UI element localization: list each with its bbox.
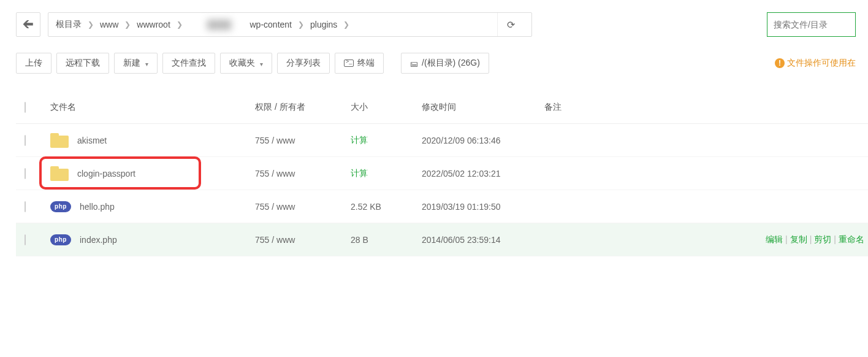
php-icon: php	[50, 201, 71, 212]
crumb-redacted[interactable]: ████	[189, 20, 250, 29]
size-calc-link[interactable]: 计算	[351, 135, 368, 145]
file-name[interactable]: akismet	[77, 136, 107, 145]
refresh-button[interactable]: ⟳	[497, 13, 524, 36]
file-perm[interactable]: 755 / www	[255, 202, 351, 212]
share-list-button[interactable]: 分享列表	[277, 53, 330, 74]
col-name[interactable]: 文件名	[50, 102, 255, 113]
refresh-icon: ⟳	[507, 19, 515, 31]
table-row[interactable]: phpindex.php755 / www28 B2014/06/05 23:5…	[16, 223, 868, 256]
file-op-warning: ! 文件操作可使用在	[775, 58, 856, 69]
chevron-right-icon: ❯	[124, 20, 131, 29]
chevron-down-icon	[259, 58, 263, 68]
file-size: 28 B	[351, 235, 422, 245]
file-find-button[interactable]: 文件查找	[162, 53, 215, 74]
table-header: 文件名 权限 / 所有者 大小 修改时间 备注	[16, 91, 868, 124]
search-input[interactable]	[774, 20, 849, 29]
action-cut[interactable]: 剪切	[814, 234, 831, 244]
file-name[interactable]: hello.php	[80, 202, 115, 212]
crumb-www[interactable]: www	[100, 20, 118, 29]
col-mtime[interactable]: 修改时间	[422, 102, 544, 113]
size-calc-link[interactable]: 计算	[351, 168, 368, 178]
file-mtime: 2019/03/19 01:19:50	[422, 202, 544, 212]
file-name[interactable]: clogin-passport	[77, 169, 135, 178]
chevron-right-icon: ❯	[88, 20, 94, 29]
folder-icon	[50, 166, 69, 181]
table-row[interactable]: clogin-passport755 / www计算2022/05/02 12:…	[16, 157, 868, 190]
file-name[interactable]: index.php	[80, 235, 117, 245]
remote-download-button[interactable]: 远程下载	[56, 53, 109, 74]
back-button[interactable]: 🡰	[16, 12, 40, 37]
disk-root-button[interactable]: 🖴/(根目录) (26G)	[401, 53, 489, 74]
new-button[interactable]: 新建	[114, 53, 158, 74]
file-perm[interactable]: 755 / www	[255, 136, 351, 145]
search-box[interactable]	[767, 12, 856, 37]
col-perm[interactable]: 权限 / 所有者	[255, 102, 351, 113]
breadcrumb: 根目录❯ www❯ wwwroot❯ ████ wp-content❯ plug…	[48, 12, 532, 37]
action-edit[interactable]: 编辑	[766, 234, 783, 244]
file-mtime: 2020/12/09 06:13:46	[422, 136, 544, 145]
terminal-button[interactable]: 终端	[335, 53, 384, 74]
col-note[interactable]: 备注	[544, 102, 745, 113]
row-checkbox[interactable]	[25, 168, 26, 179]
terminal-icon	[344, 60, 354, 67]
file-perm[interactable]: 755 / www	[255, 235, 351, 245]
action-copy[interactable]: 复制	[790, 234, 807, 244]
table-row[interactable]: phphello.php755 / www2.52 KB2019/03/19 0…	[16, 190, 868, 223]
chevron-right-icon: ❯	[298, 20, 304, 29]
chevron-down-icon	[144, 58, 148, 68]
file-perm[interactable]: 755 / www	[255, 169, 351, 178]
col-size[interactable]: 大小	[351, 102, 422, 113]
file-mtime: 2014/06/05 23:59:14	[422, 235, 544, 245]
upload-button[interactable]: 上传	[16, 53, 51, 74]
row-checkbox[interactable]	[25, 234, 26, 245]
folder-icon	[50, 133, 69, 148]
crumb-wpcontent[interactable]: wp-content	[250, 20, 292, 29]
php-icon: php	[50, 234, 71, 245]
arrow-left-icon: 🡰	[23, 18, 34, 31]
favorites-button[interactable]: 收藏夹	[220, 53, 272, 74]
file-size: 2.52 KB	[351, 202, 422, 212]
row-checkbox[interactable]	[25, 135, 26, 146]
chevron-right-icon: ❯	[177, 20, 183, 29]
table-row[interactable]: akismet755 / www计算2020/12/09 06:13:46	[16, 124, 868, 157]
select-all-checkbox[interactable]	[25, 102, 26, 113]
row-checkbox[interactable]	[25, 201, 26, 212]
action-rename[interactable]: 重命名	[839, 234, 864, 244]
file-mtime: 2022/05/02 12:03:21	[422, 169, 544, 178]
crumb-wwwroot[interactable]: wwwroot	[137, 20, 170, 29]
chevron-right-icon: ❯	[343, 20, 349, 29]
file-table: 文件名 权限 / 所有者 大小 修改时间 备注 akismet755 / www…	[16, 91, 868, 256]
crumb-root[interactable]: 根目录	[56, 19, 82, 30]
crumb-plugins[interactable]: plugins	[310, 20, 337, 29]
warning-icon: !	[775, 58, 785, 68]
disk-icon: 🖴	[410, 59, 418, 68]
